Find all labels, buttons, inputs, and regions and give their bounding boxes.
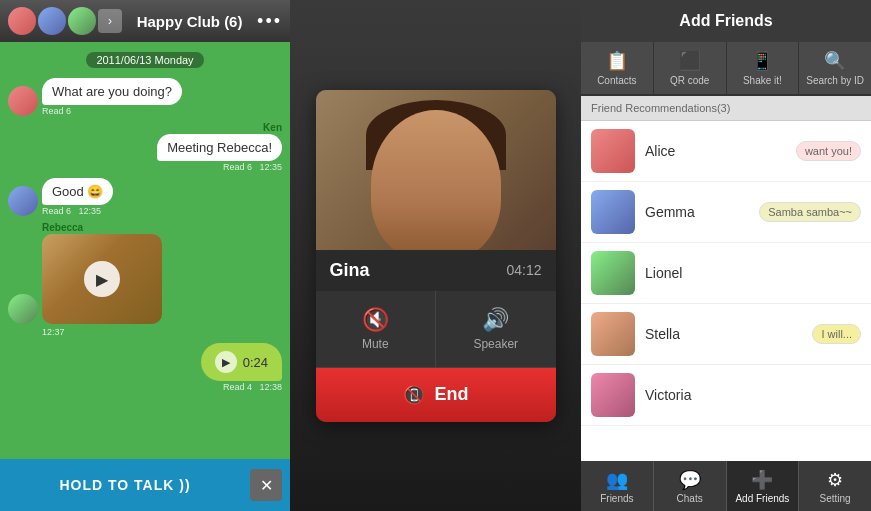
- avatar: [38, 7, 66, 35]
- friend-name: Gemma: [645, 204, 749, 220]
- mute-label: Mute: [362, 337, 389, 351]
- friend-name: Alice: [645, 143, 786, 159]
- tab-contacts[interactable]: 📋 Contacts: [581, 42, 654, 94]
- add-friends-icon: ➕: [751, 469, 773, 491]
- speaker-label: Speaker: [473, 337, 518, 351]
- message-meta: 12:37: [42, 327, 65, 337]
- nav-setting[interactable]: ⚙ Setting: [799, 461, 871, 511]
- searchbyid-icon: 🔍: [824, 50, 846, 72]
- contacts-icon: 📋: [606, 50, 628, 72]
- recommendations-header: Friend Recommendations(3): [581, 96, 871, 121]
- message-bubble: Good 😄: [42, 178, 113, 205]
- message-meta: Read 6: [42, 106, 182, 116]
- friend-item[interactable]: Alice want you!: [581, 121, 871, 182]
- avatar: [591, 373, 635, 417]
- contacts-label: Contacts: [597, 75, 636, 86]
- shakeit-icon: 📱: [751, 50, 773, 72]
- add-friends-nav-label: Add Friends: [735, 493, 789, 504]
- friend-name: Stella: [645, 326, 802, 342]
- avatar: [591, 190, 635, 234]
- chats-nav-label: Chats: [677, 493, 703, 504]
- tab-searchbyid[interactable]: 🔍 Search by ID: [799, 42, 871, 94]
- nav-chats[interactable]: 💬 Chats: [654, 461, 727, 511]
- setting-icon: ⚙: [827, 469, 843, 491]
- date-badge: 2011/06/13 Monday: [86, 52, 203, 68]
- voice-duration: 0:24: [243, 355, 268, 370]
- message-text: Good 😄: [52, 184, 103, 199]
- caller-photo: [316, 90, 556, 250]
- bottom-navigation: 👥 Friends 💬 Chats ➕ Add Friends ⚙ Settin…: [581, 461, 871, 511]
- voice-message: ▶ 0:24: [201, 343, 282, 381]
- food-image: ▶: [42, 234, 162, 324]
- play-button[interactable]: ▶: [215, 351, 237, 373]
- speaker-button[interactable]: 🔊 Speaker: [436, 291, 556, 367]
- searchbyid-label: Search by ID: [806, 75, 864, 86]
- tab-shakeit[interactable]: 📱 Shake it!: [727, 42, 800, 94]
- friend-tag: Samba samba~~: [759, 202, 861, 222]
- speaker-icon: 🔊: [482, 307, 509, 333]
- message-meta: Read 6 12:35: [157, 162, 282, 172]
- call-info: Gina 04:12: [316, 250, 556, 291]
- chat-header: › Happy Club (6) •••: [0, 0, 290, 42]
- call-controls: 🔇 Mute 🔊 Speaker: [316, 291, 556, 368]
- message-row: Ken Meeting Rebecca! Read 6 12:35: [8, 122, 282, 172]
- message-bubble: What are you doing?: [42, 78, 182, 105]
- nav-friends[interactable]: 👥 Friends: [581, 461, 654, 511]
- tab-qrcode[interactable]: ⬛ QR code: [654, 42, 727, 94]
- add-friends-tabs: 📋 Contacts ⬛ QR code 📱 Shake it! 🔍 Searc…: [581, 42, 871, 96]
- friend-tag: I will...: [812, 324, 861, 344]
- caller-name: Gina: [330, 260, 370, 281]
- end-call-icon: 📵: [403, 384, 425, 406]
- message-meta: Read 4 12:38: [201, 382, 282, 392]
- friend-item[interactable]: Lionel: [581, 243, 871, 304]
- page-title: Add Friends: [679, 12, 772, 30]
- call-card: Gina 04:12 🔇 Mute 🔊 Speaker 📵 End: [316, 90, 556, 422]
- message-text: Meeting Rebecca!: [167, 140, 272, 155]
- shakeit-label: Shake it!: [743, 75, 782, 86]
- face-shape: [371, 110, 501, 250]
- avatar: [68, 7, 96, 35]
- avatar: [591, 251, 635, 295]
- chats-icon: 💬: [679, 469, 701, 491]
- avatar: [8, 7, 36, 35]
- end-call-button[interactable]: 📵 End: [316, 368, 556, 422]
- call-duration: 04:12: [506, 262, 541, 278]
- qrcode-label: QR code: [670, 75, 709, 86]
- friends-nav-label: Friends: [600, 493, 633, 504]
- chat-panel: › Happy Club (6) ••• 2011/06/13 Monday W…: [0, 0, 290, 511]
- close-button[interactable]: ✕: [250, 469, 282, 501]
- sender-name: Ken: [157, 122, 282, 133]
- friend-item[interactable]: Gemma Samba samba~~: [581, 182, 871, 243]
- friend-item[interactable]: Victoria: [581, 365, 871, 426]
- play-button[interactable]: ▶: [84, 261, 120, 297]
- friend-name: Victoria: [645, 387, 861, 403]
- avatar: [8, 86, 38, 116]
- message-row: Good 😄 Read 6 12:35: [8, 178, 282, 216]
- friends-icon: 👥: [606, 469, 628, 491]
- sender-name: Rebecca: [42, 222, 162, 233]
- nav-add-friends[interactable]: ➕ Add Friends: [727, 461, 800, 511]
- more-options-button[interactable]: •••: [257, 11, 282, 32]
- qrcode-icon: ⬛: [679, 50, 701, 72]
- call-panel: Gina 04:12 🔇 Mute 🔊 Speaker 📵 End: [290, 0, 581, 511]
- avatar: [8, 186, 38, 216]
- friends-header: Add Friends: [581, 0, 871, 42]
- message-bubble: Meeting Rebecca!: [157, 134, 282, 161]
- avatar: [591, 129, 635, 173]
- hold-to-talk-button[interactable]: HOLD TO TALK )): [8, 477, 242, 493]
- avatar: [8, 294, 38, 324]
- message-row: ▶ 0:24 Read 4 12:38: [8, 343, 282, 392]
- add-friends-panel: Add Friends 📋 Contacts ⬛ QR code 📱 Shake…: [581, 0, 871, 511]
- message-list: 2011/06/13 Monday What are you doing? Re…: [0, 42, 290, 459]
- message-text: What are you doing?: [52, 84, 172, 99]
- mute-icon: 🔇: [362, 307, 389, 333]
- message-row: Rebecca ▶ 12:37: [8, 222, 282, 337]
- message-row: What are you doing? Read 6: [8, 78, 282, 116]
- media-bubble: ▶: [42, 234, 162, 324]
- setting-nav-label: Setting: [820, 493, 851, 504]
- end-call-label: End: [435, 384, 469, 405]
- friend-item[interactable]: Stella I will...: [581, 304, 871, 365]
- mute-button[interactable]: 🔇 Mute: [316, 291, 437, 367]
- expand-button[interactable]: ›: [98, 9, 122, 33]
- friend-tag: want you!: [796, 141, 861, 161]
